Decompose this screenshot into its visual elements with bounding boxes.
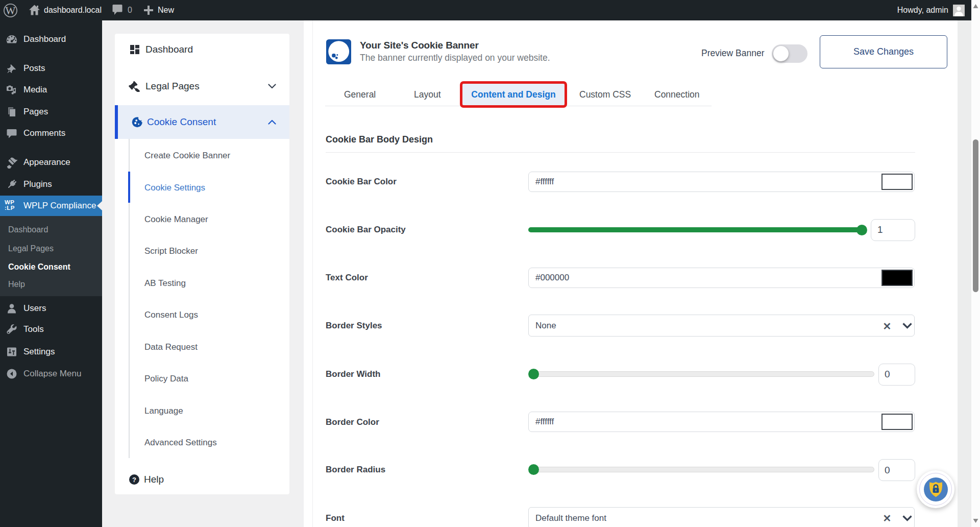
svg-text:?: ? [132,476,136,484]
svg-text:W: W [6,5,16,17]
